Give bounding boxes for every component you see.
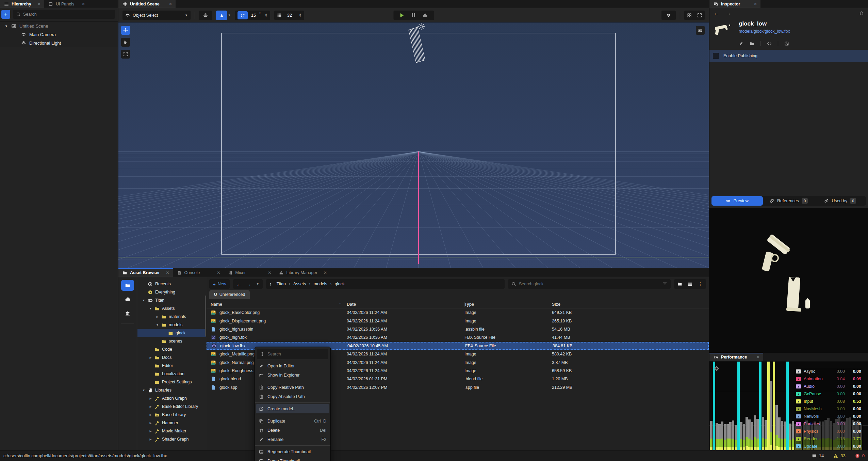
tab-inspector[interactable]: Inspector ✕ — [709, 0, 760, 8]
frame-tool-button[interactable] — [121, 50, 130, 59]
tab-library-manager[interactable]: Library Manager✕ — [275, 268, 330, 277]
rail-store-button[interactable] — [121, 308, 134, 319]
folder-tree-item-movie-maker[interactable]: ▶Movie Maker — [137, 427, 206, 435]
back-icon[interactable]: ← — [236, 281, 242, 287]
grid-size-value[interactable]: 32 — [284, 13, 295, 18]
folder-tree-item-hammer[interactable]: ▶Hammer — [137, 419, 206, 427]
asset-search-input[interactable] — [519, 282, 660, 286]
folder-tree-item-docs[interactable]: ▶Docs — [137, 353, 206, 362]
close-icon[interactable]: ✕ — [163, 270, 169, 275]
folder-tree-item-assets[interactable]: ▼Assets — [137, 304, 206, 313]
column-header-name[interactable]: Name⌃ — [207, 302, 347, 307]
caret-right-icon[interactable]: ▶ — [149, 356, 152, 359]
hierarchy-item[interactable]: ▼Untitled Scene — [0, 22, 118, 30]
fullscreen-icon[interactable] — [697, 13, 702, 18]
grid-size-stepper[interactable]: ▲▼ — [297, 13, 301, 17]
view-tab-references[interactable]: References0 — [763, 196, 814, 206]
rail-files-button[interactable] — [121, 280, 134, 291]
column-header-type[interactable]: Type — [464, 302, 552, 307]
caret-down-icon[interactable]: ▼ — [5, 25, 8, 28]
perf-row-animation[interactable]: ▲Animation0.040.09 — [794, 375, 863, 383]
enable-publishing-checkbox[interactable] — [713, 53, 719, 59]
menu-item-delete[interactable]: DeleteDel — [255, 426, 330, 435]
perf-row-render[interactable]: ▲Render1.181.71 — [794, 435, 863, 443]
close-icon[interactable]: ✕ — [78, 2, 85, 6]
view-tab-preview[interactable]: Preview — [711, 196, 763, 206]
performance-graph[interactable]: ▲Async0.000.00▲Animation0.040.09▲Audio0.… — [709, 362, 868, 450]
menu-item-rename[interactable]: RenameF2 — [255, 435, 330, 444]
breadcrumb-item[interactable]: glock — [335, 282, 345, 286]
preview-3d-area[interactable] — [709, 208, 868, 353]
caret-right-icon[interactable]: ▶ — [149, 397, 152, 400]
select-mode-dropdown[interactable]: Object Select ▼ — [122, 11, 191, 20]
folder-tree-item-base-editor-library[interactable]: ▶Base Editor Library — [137, 402, 206, 411]
folder-tree-item-editor[interactable]: Editor — [137, 362, 206, 370]
tab-ui-panels[interactable]: UI Panels✕ — [44, 0, 88, 8]
code-icon[interactable] — [767, 41, 772, 46]
viewport-options-button[interactable] — [696, 26, 705, 35]
back-icon[interactable]: ← — [714, 10, 719, 16]
layout-grid-icon[interactable] — [687, 13, 692, 18]
hierarchy-search[interactable] — [13, 10, 115, 19]
menu-item-copy-absolute-path[interactable]: Copy Absolute Path — [255, 392, 330, 401]
folder-tree-item-libraries[interactable]: ▼Libraries — [137, 386, 206, 394]
file-row[interactable]: glock_high.assbin04/02/2026 10:36 AM.ass… — [207, 325, 709, 333]
folder-tree-item-shader-graph[interactable]: ▶Shader Graph — [137, 435, 206, 443]
close-icon[interactable]: ✕ — [320, 270, 327, 275]
rotate-snap-value[interactable]: 15 — [250, 13, 257, 18]
eject-button[interactable] — [419, 13, 431, 17]
save-icon[interactable] — [784, 41, 789, 46]
caret-right-icon[interactable]: ▶ — [149, 422, 152, 425]
edit-icon[interactable] — [739, 41, 743, 46]
close-icon[interactable]: ✕ — [214, 270, 220, 275]
folder-tree-item-everything[interactable]: Everything — [137, 288, 206, 296]
warnings-indicator[interactable]: 33 — [833, 453, 845, 458]
filter-icon[interactable] — [662, 282, 667, 286]
breadcrumb-item[interactable]: models — [314, 282, 327, 286]
enable-publishing-row[interactable]: Enable Publishing — [709, 50, 868, 62]
add-entity-button[interactable]: + — [1, 10, 10, 19]
folder-tree-item-glock[interactable]: glock — [137, 329, 206, 337]
column-header-date[interactable]: Date — [347, 302, 464, 307]
tab-console[interactable]: Console✕ — [173, 268, 224, 277]
folder-tree-item-localization[interactable]: Localization — [137, 370, 206, 378]
caret-down-icon[interactable]: ▼ — [156, 323, 159, 327]
asset-path-link[interactable]: models/glock/glock_low.fbx — [739, 29, 790, 34]
kebab-icon[interactable]: ⋮ — [698, 281, 703, 287]
view-tab-used-by[interactable]: Used by0 — [815, 196, 866, 206]
tab-untitled-scene[interactable]: Untitled Scene ✕ — [118, 0, 176, 8]
folder-tree-item-materials[interactable]: ▶materials — [137, 313, 206, 321]
world-space-button[interactable] — [199, 11, 212, 20]
caret-down-icon[interactable]: ▼ — [149, 307, 152, 310]
forward-icon[interactable]: → — [246, 281, 251, 287]
file-row[interactable]: glock_Displacement.png04/02/2026 11:24 A… — [207, 317, 709, 325]
tab-asset-browser[interactable]: Asset Browser✕ — [118, 268, 173, 277]
perf-row-physics[interactable]: ▲Physics0.000.00 — [794, 428, 863, 435]
menu-item-create-model[interactable]: Create model.. — [256, 404, 329, 413]
caret-right-icon[interactable]: ▶ — [149, 413, 152, 416]
menu-item-open-in-editor[interactable]: Open in Editor — [255, 361, 330, 370]
play-button[interactable] — [396, 13, 408, 17]
folder-tree-item-models[interactable]: ▼models — [137, 321, 206, 329]
errors-indicator[interactable]: 0 — [855, 453, 865, 458]
asset-search[interactable] — [508, 279, 671, 289]
gear-icon[interactable] — [714, 366, 719, 371]
perf-row-network[interactable]: ▲Network0.000.00 — [794, 413, 863, 420]
close-icon[interactable]: ✕ — [34, 2, 41, 6]
tree-scrollbar[interactable] — [205, 296, 206, 336]
rotate-snap-button[interactable] — [238, 11, 248, 19]
folder-view-icon[interactable] — [677, 282, 682, 286]
caret-down-icon[interactable]: ▼ — [142, 299, 145, 302]
scene-viewport[interactable] — [118, 22, 709, 268]
menu-item-show-in-explorer[interactable]: Show in Explorer — [255, 370, 330, 380]
close-icon[interactable]: ✕ — [753, 355, 760, 360]
hierarchy-item[interactable]: Directional Light — [0, 39, 118, 47]
hierarchy-search-input[interactable] — [23, 12, 112, 17]
file-row[interactable]: glock_BaseColor.png04/02/2026 11:24 AMIm… — [207, 308, 709, 317]
select-tool-button[interactable] — [216, 11, 227, 20]
move-tool-button[interactable] — [121, 26, 130, 35]
perf-row-audio[interactable]: ▲Audio0.000.00 — [794, 383, 863, 390]
folder-icon[interactable] — [750, 41, 754, 46]
close-icon[interactable]: ✕ — [265, 270, 272, 275]
tab-performance[interactable]: Performance ✕ — [709, 353, 763, 361]
